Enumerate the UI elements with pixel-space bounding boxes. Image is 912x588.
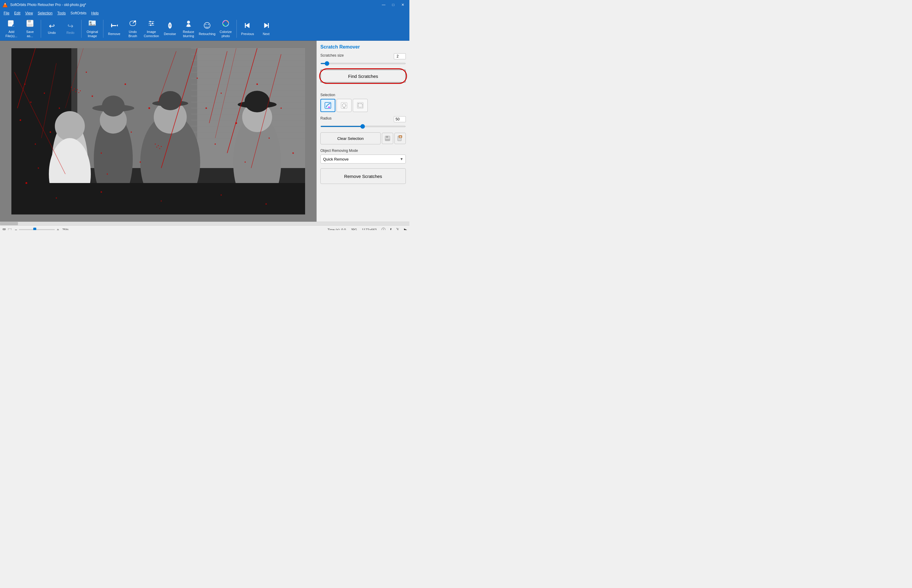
mode-select[interactable]: Quick Remove Content-Aware Fill Inpainti… [320, 155, 406, 163]
undo-brush-icon [129, 19, 137, 29]
svg-point-94 [197, 78, 198, 79]
svg-point-92 [140, 162, 141, 163]
svg-point-86 [86, 71, 87, 73]
reduce-blurring-icon [184, 19, 193, 29]
reduce-blurring-button[interactable]: Reduceblurring [179, 18, 197, 39]
save-as-icon [26, 19, 34, 29]
svg-point-98 [235, 122, 237, 124]
svg-point-84 [38, 168, 39, 169]
menu-view[interactable]: View [23, 10, 36, 16]
menu-help[interactable]: Help [89, 10, 101, 16]
minimize-button[interactable]: — [379, 2, 388, 8]
main-layout: Scratch Remover Scratches size Find Scra… [0, 41, 409, 222]
horizontal-scroll-thumb[interactable] [0, 222, 18, 225]
svg-point-88 [101, 152, 102, 153]
svg-point-19 [152, 23, 154, 24]
rect-selection-button[interactable] [353, 99, 368, 112]
selection-section: Selection [320, 93, 406, 112]
svg-point-97 [221, 92, 222, 94]
remove-button[interactable]: Remove [105, 18, 123, 39]
next-button[interactable]: Next [257, 18, 275, 39]
svg-point-25 [205, 24, 207, 25]
save-as-button[interactable]: Saveas... [21, 18, 39, 39]
zoom-minus-icon[interactable]: − [15, 227, 17, 230]
original-image-button[interactable]: OriginalImage [83, 18, 101, 39]
retouching-button[interactable]: Retouching [198, 18, 216, 39]
denoise-button[interactable]: Denoise [161, 18, 179, 39]
colorize-photo-button[interactable]: Colorizephoto [217, 18, 234, 39]
mode-select-wrapper: Quick Remove Content-Aware Fill Inpainti… [320, 155, 406, 163]
toolbar-divider-1 [41, 20, 41, 38]
zoom-thumb [33, 228, 36, 230]
denoise-icon [166, 21, 174, 31]
menu-tools[interactable]: Tools [55, 10, 68, 16]
clear-selection-button[interactable]: Clear Selection [320, 132, 381, 144]
scratches-size-section: Scratches size [320, 53, 406, 65]
horizontal-scrollbar[interactable] [0, 222, 409, 225]
svg-point-108 [77, 89, 78, 90]
svg-rect-69 [11, 183, 305, 215]
menu-file[interactable]: File [1, 10, 12, 16]
svg-point-82 [50, 131, 51, 133]
scratches-size-slider[interactable] [320, 63, 406, 64]
menu-selection[interactable]: Selection [36, 10, 55, 16]
svg-rect-29 [268, 23, 269, 28]
lasso-selection-button[interactable] [336, 99, 352, 112]
previous-button[interactable]: Previous [239, 18, 257, 39]
scratches-size-input[interactable] [394, 53, 406, 59]
radius-slider[interactable] [320, 126, 406, 127]
svg-point-85 [26, 182, 27, 184]
svg-point-1 [5, 3, 6, 5]
zoom-plus-icon[interactable]: + [57, 227, 59, 230]
maximize-button[interactable]: □ [389, 2, 398, 8]
window-title: SoftOrbits Photo Retoucher Pro - old-pho… [10, 3, 86, 7]
svg-rect-28 [245, 23, 246, 28]
svg-point-91 [131, 131, 132, 133]
svg-point-96 [215, 144, 216, 145]
svg-point-123 [265, 203, 267, 205]
redo-label: Redo [66, 31, 74, 35]
status-bar: ⊞ ⬚ − + 75% Time (s): 0.0 JPG 1172×663 ⓘ… [0, 225, 409, 230]
save-as-label: Saveas... [26, 30, 34, 38]
menu-softorbits[interactable]: SoftOrbits [68, 10, 89, 16]
image-correction-button[interactable]: ImageCorrection [142, 18, 160, 39]
svg-point-119 [56, 197, 57, 199]
svg-point-120 [101, 191, 102, 192]
youtube-icon[interactable]: ▶ [404, 227, 407, 230]
image-correction-label: ImageCorrection [144, 30, 159, 38]
svg-point-95 [205, 107, 207, 109]
svg-point-55 [55, 111, 85, 141]
window-controls: — □ ✕ [379, 2, 407, 8]
svg-point-113 [158, 145, 159, 146]
resize-icon[interactable]: ⬚ [8, 227, 12, 230]
undo-icon: ↩ [49, 23, 55, 30]
twitter-icon[interactable]: 𝕏 [396, 227, 399, 230]
svg-point-99 [244, 162, 246, 163]
info-icon[interactable]: ⓘ [382, 227, 385, 230]
object-removing-mode-label: Object Removing Mode [320, 149, 406, 153]
undo-brush-label: UndoBrush [129, 30, 137, 38]
svg-point-90 [125, 83, 126, 85]
zoom-slider[interactable] [19, 229, 55, 230]
save-selection-button[interactable] [382, 133, 393, 144]
remove-icon [110, 21, 118, 31]
menu-edit[interactable]: Edit [12, 10, 23, 16]
svg-point-115 [161, 146, 162, 147]
add-files-button[interactable]: 📄 + AddFile(s)... [2, 18, 20, 39]
find-scratches-button[interactable]: Find Scratches [320, 69, 406, 83]
redo-button[interactable]: ↪ Redo [61, 18, 79, 39]
canvas-area[interactable] [0, 41, 317, 222]
crop-icon[interactable]: ⊞ [2, 227, 6, 230]
close-button[interactable]: ✕ [399, 2, 407, 8]
facebook-icon[interactable]: f [390, 227, 391, 230]
redo-icon: ↪ [68, 23, 73, 30]
brush-selection-button[interactable] [320, 99, 335, 112]
clear-selection-row: Clear Selection [320, 132, 406, 144]
svg-point-110 [80, 90, 81, 91]
svg-point-121 [161, 200, 162, 202]
remove-scratches-button[interactable]: Remove Scratches [320, 168, 406, 184]
undo-button[interactable]: ↩ Undo [43, 18, 61, 39]
radius-input[interactable] [394, 116, 406, 122]
undo-brush-button[interactable]: UndoBrush [124, 18, 142, 39]
load-selection-button[interactable] [395, 133, 406, 144]
